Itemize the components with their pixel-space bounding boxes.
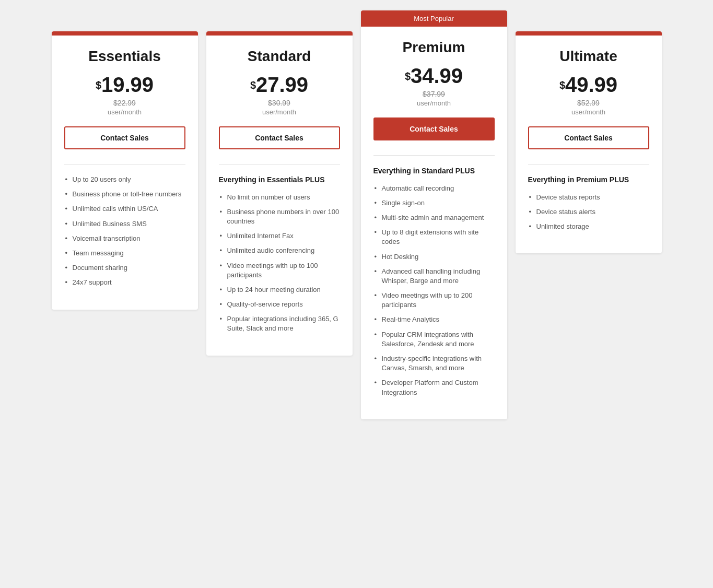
feature-item: Team messaging [64,249,185,258]
features-list-essentials: Up to 20 users onlyBusiness phone or tol… [64,175,185,288]
feature-item: Up to 20 users only [64,175,185,184]
feature-item: Business phone or toll-free numbers [64,190,185,199]
feature-item: Voicemail transcription [64,234,185,243]
cta-button-standard[interactable]: Contact Sales [219,126,340,149]
divider [373,155,495,156]
plan-old-price-ultimate: $52.99 [528,99,649,107]
plan-card-standard: Standard $27.99 $30.99 user/month Contac… [206,31,353,356]
price-amount: 49.99 [565,73,617,96]
feature-item: Popular integrations including 365, G Su… [219,314,340,333]
feature-item: 24x7 support [64,278,185,287]
feature-item: Unlimited storage [528,222,649,231]
features-list-ultimate: Device status reportsDevice status alert… [528,193,649,232]
cta-button-premium[interactable]: Contact Sales [373,117,495,140]
feature-item: Hot Desking [373,252,495,262]
feature-item: Document sharing [64,263,185,273]
features-title-premium: Everything in Standard PLUS [373,166,495,177]
plan-period-standard: user/month [219,108,340,116]
plan-name-standard: Standard [219,48,340,65]
features-list-standard: No limit on number of usersBusiness phon… [219,193,340,334]
feature-item: Unlimited Internet Fax [219,231,340,241]
divider [528,164,649,164]
top-bar [52,31,198,36]
top-bar [516,31,662,36]
divider [64,164,185,164]
feature-item: Device status reports [528,193,649,202]
feature-item: Unlimited calls within US/CA [64,204,185,214]
pricing-container: Essentials $19.99 $22.99 user/month Cont… [43,10,670,419]
plan-period-ultimate: user/month [528,108,649,116]
divider [219,164,340,164]
plan-old-price-premium: $37.99 [373,90,495,98]
most-popular-badge: Most Popular [361,10,507,27]
feature-item: Up to 24 hour meeting duration [219,285,340,295]
feature-item: Video meetings with up to 100 participan… [219,261,340,280]
plan-old-price-standard: $30.99 [219,99,340,107]
feature-item: Quality-of-service reports [219,300,340,309]
plan-card-premium: Most Popular Premium $34.99 $37.99 user/… [361,10,507,419]
plan-name-essentials: Essentials [64,48,185,65]
plan-name-ultimate: Ultimate [528,48,649,65]
top-bar [206,31,353,36]
price-amount: 19.99 [101,73,154,96]
feature-item: Unlimited audio conferencing [219,246,340,255]
feature-item: Unlimited Business SMS [64,219,185,229]
plan-price-standard: $27.99 [219,73,340,97]
dollar-sign: $ [405,70,411,82]
dollar-sign: $ [559,79,565,91]
features-title-standard: Everything in Essentials PLUS [219,175,340,185]
feature-item: Device status alerts [528,207,649,217]
plan-card-ultimate: Ultimate $49.99 $52.99 user/month Contac… [516,31,662,253]
feature-item: Video meetings with up to 200 participan… [373,291,495,310]
price-amount: 27.99 [256,73,308,96]
feature-item: Automatic call recording [373,184,495,193]
feature-item: Up to 8 digit extensions with site codes [373,228,495,246]
plan-price-ultimate: $49.99 [528,73,649,97]
dollar-sign: $ [96,79,101,91]
feature-item: Multi-site admin and management [373,213,495,222]
plan-name-premium: Premium [373,39,495,56]
plan-price-essentials: $19.99 [64,73,185,97]
plan-old-price-essentials: $22.99 [64,99,185,107]
feature-item: No limit on number of users [219,193,340,202]
feature-item: Advanced call handling including Whisper… [373,267,495,286]
features-list-premium: Automatic call recordingSingle sign-onMu… [373,184,495,397]
plan-card-essentials: Essentials $19.99 $22.99 user/month Cont… [52,31,198,310]
feature-item: Single sign-on [373,198,495,208]
feature-item: Industry-specific integrations with Canv… [373,354,495,373]
features-title-ultimate: Everything in Premium PLUS [528,175,649,185]
plan-period-essentials: user/month [64,108,185,116]
cta-button-essentials[interactable]: Contact Sales [64,126,185,149]
dollar-sign: $ [250,79,256,91]
feature-item: Popular CRM integrations with Salesforce… [373,330,495,349]
plan-price-premium: $34.99 [373,64,495,88]
feature-item: Developer Platform and Custom Integratio… [373,378,495,397]
price-amount: 34.99 [411,64,463,87]
cta-button-ultimate[interactable]: Contact Sales [528,126,649,149]
plan-period-premium: user/month [373,99,495,107]
feature-item: Real-time Analytics [373,315,495,324]
feature-item: Business phone numbers in over 100 count… [219,207,340,226]
